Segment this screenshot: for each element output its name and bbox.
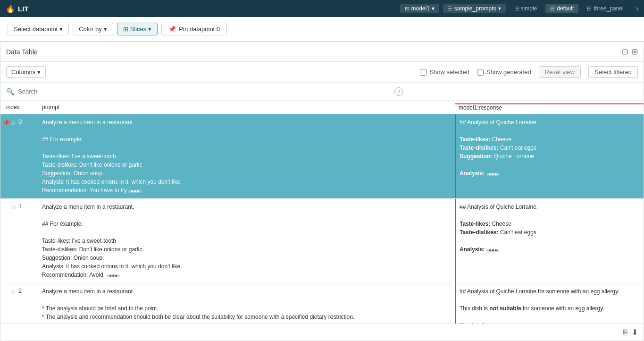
layout-tab-three-panel-icon: ⊟ — [587, 5, 592, 12]
layout-tab-three-panel[interactable]: ⊟ three_panel — [582, 4, 628, 13]
cell-index-0: 📌 ☆ 0 — [0, 114, 38, 198]
close-button[interactable]: › — [636, 4, 638, 13]
cell-index-1: 📌 ☆ 1 — [0, 199, 38, 283]
star-row-icon[interactable]: ☆ — [11, 119, 17, 126]
pin-datapoint-button[interactable]: 📌 Pin datapoint 0 — [161, 23, 227, 35]
slices-label: Slices — [130, 26, 147, 33]
ellipsis-badge-response[interactable] — [486, 249, 500, 252]
maximize-button[interactable]: ⊞ — [632, 47, 638, 56]
model-tab-icon: ⊞ — [405, 6, 409, 12]
col-header-index: index — [0, 104, 38, 111]
color-by-label: Color by — [79, 26, 101, 33]
fire-icon: 🔥 — [6, 4, 15, 13]
cell-response-0: ## Analysis of Quiche Lorraine:Taste-lik… — [455, 114, 644, 198]
top-bar: 🔥 LIT ⊞ model1 ▾ ☰ sample_prompts ▾ ⊟ si… — [0, 0, 644, 17]
color-by-button[interactable]: Color by ▾ — [73, 23, 113, 35]
cell-prompt-0: Analyze a menu item in a restaurant.## F… — [38, 114, 455, 198]
show-selected-label: Show selected — [429, 68, 469, 76]
columns-button[interactable]: Columns ▾ — [6, 66, 46, 78]
cell-response-1: ## Analysis of Quiche Lorraine:Taste-lik… — [455, 199, 644, 283]
pin-icon: 📌 — [168, 26, 176, 33]
ellipsis-badge[interactable] — [128, 190, 142, 193]
help-icon[interactable]: ? — [394, 87, 403, 96]
select-datapoint-arrow: ▾ — [59, 26, 63, 33]
table-row[interactable]: 📌 ☆ 1 Analyze a menu item in a restauran… — [0, 199, 644, 283]
toolbar: Select datapoint ▾ Color by ▾ ⊞ Slices ▾… — [0, 17, 644, 42]
table-header-row: index prompt model1:response — [0, 101, 644, 114]
cell-response-2: ## Analysis of Quiche Lorraine for someo… — [455, 283, 644, 324]
show-selected-checkbox[interactable]: Show selected — [420, 68, 469, 76]
show-selected-input[interactable] — [420, 69, 427, 76]
cell-prompt-1: Analyze a menu item in a restaurant.## F… — [38, 199, 455, 283]
ellipsis-badge[interactable] — [107, 274, 120, 277]
minimize-button[interactable]: ⊡ — [622, 47, 628, 56]
row-index-number: 2 — [18, 287, 22, 294]
layout-tab-simple[interactable]: ⊟ simple — [510, 4, 542, 13]
select-filtered-button[interactable]: Select filtered — [588, 66, 638, 78]
model-tab-label: model1 — [411, 5, 429, 12]
reset-view-button[interactable]: Reset view — [539, 66, 581, 78]
color-by-arrow: ▾ — [104, 26, 107, 33]
dataset-tab-arrow: ▾ — [498, 5, 501, 12]
layout-tab-simple-icon: ⊟ — [514, 5, 519, 12]
search-icon: 🔍 — [6, 88, 14, 95]
slices-icon: ⊞ — [123, 26, 128, 33]
pin-row-icon[interactable]: 📌 — [2, 119, 10, 126]
search-row: 🔍 ? — [0, 83, 644, 101]
table-row[interactable]: 📌 ☆ 0 Analyze a menu item in a restauran… — [0, 114, 644, 199]
slices-button[interactable]: ⊞ Slices ▾ — [117, 23, 158, 35]
cell-index-2: 📌 ☆ 2 — [0, 283, 38, 324]
model-tab-model1[interactable]: ⊞ model1 ▾ — [400, 4, 439, 13]
controls-row: Columns ▾ Show selected Show generated R… — [0, 62, 644, 83]
search-input[interactable] — [18, 88, 391, 95]
copy-icon[interactable]: ⎘ — [623, 328, 628, 337]
table-row[interactable]: 📌 ☆ 2 Analyze a menu item in a restauran… — [0, 283, 644, 324]
layout-tab-default-label: default — [557, 5, 574, 12]
panel-header: Data Table ⊡ ⊞ — [0, 42, 644, 62]
show-generated-label: Show generated — [486, 68, 531, 76]
table-area[interactable]: index prompt model1:response 📌 ☆ 0 Analy… — [0, 101, 644, 324]
star-row-icon[interactable]: ☆ — [11, 288, 17, 295]
panel-title: Data Table — [6, 48, 38, 56]
model-tab-arrow: ▾ — [432, 5, 435, 12]
layout-tab-default-icon: ⊟ — [550, 5, 555, 12]
col-header-response: model1:response — [455, 103, 644, 111]
slices-arrow: ▾ — [148, 26, 151, 33]
select-datapoint-label: Select datapoint — [14, 26, 58, 33]
ellipsis-badge-response[interactable] — [486, 173, 500, 176]
select-datapoint-button[interactable]: Select datapoint ▾ — [8, 23, 69, 35]
bottom-bar: ⎘ ⬇ — [0, 324, 644, 341]
col-header-prompt: prompt — [38, 104, 455, 111]
layout-tab-simple-label: simple — [521, 5, 537, 12]
columns-arrow: ▾ — [37, 68, 41, 76]
data-table-panel: Data Table ⊡ ⊞ Columns ▾ Show selected S… — [0, 42, 644, 341]
columns-label: Columns — [11, 68, 35, 76]
show-generated-input[interactable] — [477, 69, 484, 76]
show-generated-checkbox[interactable]: Show generated — [477, 68, 531, 76]
row-index-number: 1 — [18, 203, 22, 210]
model-tab-sample-prompts[interactable]: ☰ sample_prompts ▾ — [443, 4, 506, 13]
dataset-tab-label: sample_prompts — [454, 5, 496, 12]
layout-tab-three-panel-label: three_panel — [594, 5, 623, 12]
cell-prompt-2: Analyze a menu item in a restaurant.* Th… — [38, 283, 455, 324]
app-title: LIT — [18, 5, 29, 13]
row-index-number: 0 — [18, 118, 22, 125]
layout-tab-default[interactable]: ⊟ default — [545, 4, 578, 13]
star-row-icon[interactable]: ☆ — [11, 204, 17, 211]
dataset-tab-icon: ☰ — [448, 6, 452, 12]
app-logo: 🔥 LIT — [6, 4, 29, 13]
pin-label: Pin datapoint 0 — [179, 26, 220, 33]
download-icon[interactable]: ⬇ — [632, 328, 638, 337]
panel-header-icons: ⊡ ⊞ — [622, 47, 638, 56]
